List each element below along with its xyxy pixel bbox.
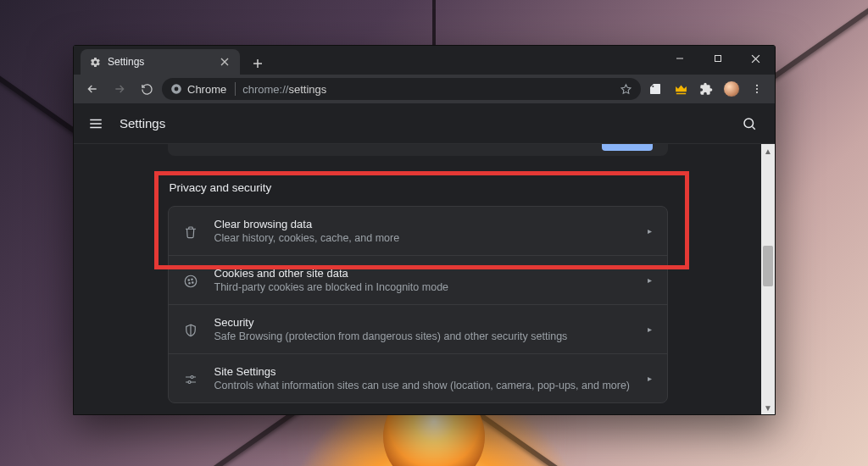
- site-chip: Chrome: [170, 82, 236, 96]
- gear-icon: [89, 56, 101, 68]
- maximize-button[interactable]: [698, 46, 737, 71]
- profile-avatar[interactable]: [721, 78, 743, 100]
- row-site-settings[interactable]: Site Settings Controls what information …: [169, 353, 667, 402]
- privacy-card: Clear browsing data Clear history, cooki…: [168, 206, 668, 403]
- chevron-right-icon: ▸: [648, 226, 652, 236]
- row-clear-browsing-data[interactable]: Clear browsing data Clear history, cooki…: [169, 207, 667, 255]
- site-chip-label: Chrome: [187, 83, 226, 96]
- svg-point-13: [188, 380, 191, 383]
- row-subtitle: Safe Browsing (protection from dangerous…: [214, 330, 632, 342]
- row-title: Cookies and other site data: [214, 267, 632, 280]
- svg-rect-0: [715, 56, 721, 62]
- settings-content[interactable]: Privacy and security Clear browsing data…: [74, 144, 761, 414]
- minimize-button[interactable]: [660, 46, 698, 71]
- svg-point-8: [188, 279, 190, 280]
- svg-point-11: [192, 281, 193, 283]
- hamburger-menu-icon[interactable]: [87, 115, 104, 132]
- settings-appbar: Settings: [74, 103, 775, 144]
- chevron-right-icon: ▸: [648, 374, 652, 383]
- back-button[interactable]: [81, 77, 104, 101]
- section-title: Privacy and security: [168, 178, 668, 206]
- svg-point-10: [188, 282, 190, 284]
- extension-crown-icon[interactable]: [670, 78, 692, 100]
- address-bar[interactable]: Chrome chrome://settings: [162, 78, 641, 100]
- scroll-down-icon[interactable]: ▼: [761, 401, 775, 414]
- page-title: Settings: [120, 116, 165, 130]
- forward-button[interactable]: [108, 77, 131, 101]
- content-area: Privacy and security Clear browsing data…: [74, 144, 775, 414]
- scrollbar-thumb[interactable]: [763, 246, 773, 286]
- browser-menu-button[interactable]: [746, 78, 768, 100]
- bookmark-star-icon[interactable]: [620, 83, 632, 96]
- row-subtitle: Controls what information sites can use …: [214, 380, 632, 391]
- divider: [235, 82, 236, 96]
- chevron-right-icon: ▸: [648, 275, 652, 285]
- scroll-up-icon[interactable]: ▲: [761, 144, 775, 158]
- row-subtitle: Clear history, cookies, cache, and more: [214, 232, 632, 244]
- svg-point-7: [185, 275, 197, 287]
- row-title: Security: [214, 316, 632, 329]
- close-tab-icon[interactable]: [218, 55, 231, 69]
- row-security[interactable]: Security Safe Browsing (protection from …: [169, 304, 667, 353]
- svg-point-3: [756, 85, 758, 86]
- svg-point-5: [756, 92, 758, 93]
- svg-point-12: [191, 375, 193, 378]
- new-tab-button[interactable]: [247, 53, 269, 75]
- row-cookies[interactable]: Cookies and other site data Third-party …: [169, 255, 667, 304]
- partial-primary-button[interactable]: [602, 144, 653, 151]
- shield-icon: [182, 321, 199, 338]
- row-subtitle: Third-party cookies are blocked in Incog…: [214, 281, 632, 293]
- browser-window: Settings: [73, 45, 776, 415]
- chevron-right-icon: ▸: [648, 325, 652, 334]
- scrollbar[interactable]: ▲ ▼: [761, 144, 775, 414]
- search-settings-button[interactable]: [737, 112, 761, 136]
- extensions-puzzle-icon[interactable]: [695, 78, 717, 100]
- window-controls: [660, 46, 775, 71]
- titlebar: Settings: [74, 46, 775, 75]
- reload-button[interactable]: [135, 77, 159, 101]
- chrome-icon: [170, 83, 182, 95]
- row-title: Site Settings: [214, 365, 632, 378]
- avatar-icon: [723, 80, 740, 97]
- tab-title: Settings: [108, 56, 144, 68]
- url-text: chrome://settings: [242, 83, 326, 96]
- trash-icon: [182, 223, 199, 240]
- browser-tab[interactable]: Settings: [81, 49, 240, 75]
- svg-point-2: [175, 87, 179, 92]
- row-title: Clear browsing data: [214, 218, 632, 230]
- privacy-section: Privacy and security Clear browsing data…: [168, 178, 668, 403]
- svg-point-9: [191, 279, 192, 280]
- sliders-icon: [182, 370, 199, 387]
- svg-point-4: [756, 88, 758, 90]
- extension-tag-icon[interactable]: [644, 78, 666, 100]
- close-window-button[interactable]: [737, 46, 775, 71]
- previous-card-bottom: [168, 144, 668, 156]
- cookie-icon: [182, 272, 199, 289]
- toolbar: Chrome chrome://settings: [74, 75, 775, 103]
- svg-point-6: [744, 119, 754, 128]
- desktop-wallpaper: Settings: [0, 0, 868, 466]
